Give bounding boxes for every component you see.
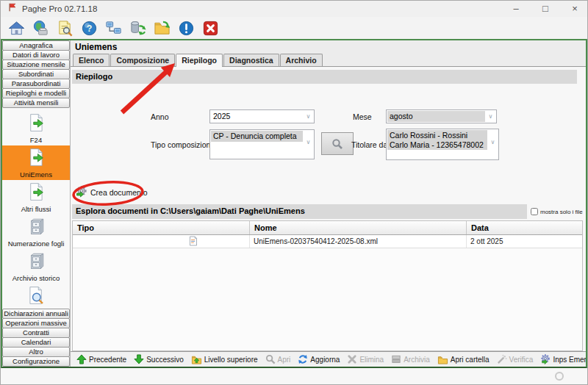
sidebar-tools-panel: F24 UniEmens Altri flussi Numerazione fo… — [2, 108, 70, 309]
precedente-button[interactable]: Precedente — [74, 353, 129, 365]
sidebar-item-situazione-mensile[interactable]: Situazione mensile — [2, 60, 70, 70]
checkbox-input[interactable] — [531, 208, 538, 215]
titolare-dati-list[interactable]: Carlo Rossini - Rossini Carlo Maria - 12… — [386, 129, 499, 160]
tab-diagnostica[interactable]: Diagnostica — [223, 54, 279, 66]
document-arrow-icon — [26, 113, 46, 135]
folder-import-icon[interactable] — [153, 19, 171, 37]
tipo-composizione-label: Tipo composizione — [151, 140, 215, 149]
chevron-down-icon: ∨ — [303, 139, 314, 145]
mostra-solo-file-checkbox[interactable]: mostra solo i file — [527, 204, 583, 219]
sidebar-item-riepiloghi-e-modelli[interactable]: Riepiloghi e modelli — [2, 88, 70, 98]
chevron-down-icon: ∨ — [485, 110, 496, 123]
tab-archivio[interactable]: Archivio — [280, 54, 323, 66]
sidebar-tool-altri-flussi[interactable]: Altri flussi — [2, 180, 70, 215]
main-toolbar: ? — [1, 17, 587, 39]
xml-file-icon — [189, 236, 198, 248]
column-header-nome[interactable]: Nome — [249, 221, 466, 234]
cell-data: 2 ott 2025 — [466, 235, 582, 248]
inps-emens-button[interactable]: Inps Emens — [537, 353, 586, 365]
sidebar-item-calendari[interactable]: Calendari — [2, 337, 70, 348]
network-icon[interactable] — [104, 19, 123, 37]
crea-documento-button[interactable]: Crea documento — [76, 186, 148, 199]
close-button[interactable]: × — [569, 1, 581, 16]
gear-arrow-icon — [76, 186, 87, 199]
verifica-button[interactable]: Verifica — [494, 353, 537, 365]
magnifier-icon — [331, 138, 343, 150]
page-title: Uniemens — [71, 40, 586, 53]
refresh-icon — [298, 354, 308, 364]
magnifier-icon — [265, 354, 276, 364]
column-header-tipo[interactable]: Tipo — [73, 221, 249, 234]
globe-print-icon[interactable] — [32, 19, 50, 37]
app-window: Paghe Pro 02.71.18 – □ × ? — [0, 0, 588, 385]
tab-riepilogo[interactable]: Riepilogo — [176, 54, 223, 67]
sidebar-tool-f24[interactable]: F24 — [2, 111, 70, 145]
sidebar-item-operazioni-massive[interactable]: Operazioni massive — [2, 318, 70, 328]
content-area: Anagrafica Datori di lavoro Situazione m… — [1, 39, 587, 368]
table-empty-area — [73, 248, 582, 350]
title-bar: Paghe Pro 02.71.18 – □ × — [1, 1, 587, 17]
search-tipo-composizione-button[interactable] — [321, 132, 354, 155]
archivia-button[interactable]: Archivia — [388, 353, 433, 365]
successivo-button[interactable]: Successivo — [131, 353, 187, 365]
mese-label: Mese — [353, 112, 372, 121]
database-sync-icon[interactable] — [129, 19, 147, 37]
alert-icon[interactable] — [177, 19, 196, 37]
sidebar-item-attivita-mensili[interactable]: Attività mensili — [2, 98, 70, 108]
maximize-button[interactable]: □ — [539, 1, 551, 16]
sidebar-item-altro[interactable]: Altro — [2, 347, 70, 357]
exit-icon[interactable] — [201, 19, 220, 37]
main-panel: Uniemens Elenco Composizione Riepilogo D… — [71, 40, 586, 367]
sidebar-item-datori-di-lavoro[interactable]: Datori di lavoro — [2, 50, 70, 60]
tab-elenco[interactable]: Elenco — [73, 54, 110, 66]
apri-button[interactable]: Apri — [262, 353, 294, 365]
bottom-toolbar: Precedente Successivo Livello superiore … — [71, 351, 586, 367]
section-header-riepilogo: Riepilogo — [72, 70, 577, 84]
sidebar-tool-situazione[interactable]: Situazione — [2, 284, 70, 309]
livello-superiore-button[interactable]: Livello superiore — [188, 353, 261, 365]
cabinet-icon — [26, 251, 46, 273]
sidebar-tool-archivio-storico[interactable]: Archivio storico — [2, 249, 70, 284]
mese-select[interactable]: agosto ∨ — [386, 109, 497, 123]
table-row[interactable]: UniEmens-02037540412-2025-08.xml 2 ott 2… — [73, 235, 582, 248]
cell-nome: UniEmens-02037540412-2025-08.xml — [249, 235, 466, 248]
folder-icon — [437, 354, 448, 364]
help-globe-icon[interactable]: ? — [80, 19, 98, 37]
home-icon[interactable] — [7, 19, 26, 37]
app-flag-icon — [7, 2, 17, 15]
wand-icon — [497, 354, 507, 364]
document-arrow-icon — [26, 182, 46, 204]
chevron-down-icon: ∨ — [303, 110, 314, 123]
arrow-down-green-icon — [134, 354, 144, 364]
folder-up-arrow-icon — [191, 354, 202, 364]
sidebar-item-dichiarazioni-annuali[interactable]: Dichiarazioni annuali — [2, 309, 70, 319]
x-cross-icon — [347, 354, 357, 364]
sidebar-item-contratti[interactable]: Contratti — [2, 328, 70, 338]
tipo-composizione-list[interactable]: CP - Denuncia completa ∨ — [209, 129, 315, 159]
sidebar: Anagrafica Datori di lavoro Situazione m… — [2, 40, 71, 367]
explorer-path-header: Esplora documenti in C:\Users\gaiam\Dati… — [72, 204, 527, 219]
document-search-icon[interactable] — [56, 19, 74, 37]
column-header-data[interactable]: Data — [466, 221, 582, 234]
sidebar-tool-numerazione-fogli[interactable]: Numerazione fogli — [2, 215, 70, 249]
minimize-button[interactable]: – — [510, 1, 522, 16]
document-magnifier-icon — [26, 286, 46, 308]
table-header: Tipo Nome Data — [73, 221, 582, 235]
gear-arrow-icon — [540, 354, 551, 364]
elimina-button[interactable]: Elimina — [344, 353, 387, 365]
sidebar-item-parasubordinati[interactable]: Parasubordinati — [2, 79, 70, 89]
aggiorna-button[interactable]: Aggiorna — [295, 353, 343, 365]
tab-strip: Elenco Composizione Riepilogo Diagnostic… — [71, 53, 586, 67]
tab-composizione[interactable]: Composizione — [110, 54, 175, 66]
anno-select[interactable]: 2025 ∨ — [209, 109, 315, 123]
arrow-up-green-icon — [76, 354, 87, 364]
riepilogo-form: Anno 2025 ∨ Mese agosto ∨ Tipo composizi… — [71, 84, 586, 181]
status-bar — [1, 368, 587, 384]
apri-cartella-button[interactable]: Apri cartella — [434, 353, 492, 365]
status-indicator-icon — [555, 372, 564, 381]
chevron-down-icon: ∨ — [487, 139, 498, 145]
sidebar-item-configurazione[interactable]: Configurazione — [2, 356, 70, 367]
sidebar-item-anagrafica[interactable]: Anagrafica — [2, 40, 70, 51]
sidebar-item-subordinati[interactable]: Subordinati — [2, 69, 70, 79]
sidebar-tool-uniemens[interactable]: UniEmens — [2, 145, 70, 180]
